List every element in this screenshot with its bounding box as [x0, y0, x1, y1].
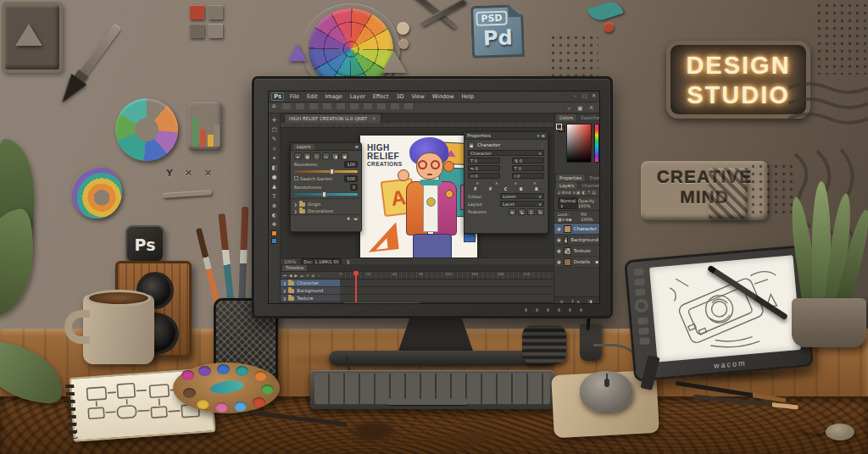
menu-effect[interactable]: Effect — [373, 93, 389, 100]
tab-layers[interactable]: Layers — [556, 182, 577, 189]
tool-toggle-icon[interactable]: ▦ — [303, 152, 311, 159]
layer-row-character[interactable]: ◉ Character — [554, 224, 600, 235]
layer-row-details[interactable]: ◉ Details ▪ — [554, 257, 600, 268]
timeline-scrollbar[interactable] — [342, 302, 552, 304]
dodge-tool-icon[interactable]: ◐ — [272, 212, 277, 219]
style-button[interactable]: B — [535, 186, 538, 191]
foreground-color-swatch[interactable] — [271, 230, 277, 236]
roundness-slider[interactable] — [294, 170, 358, 173]
slider-value[interactable]: 0 — [350, 184, 358, 191]
tablet-dial[interactable] — [634, 298, 648, 313]
eyedropper-tool-icon[interactable]: ✦ — [272, 155, 276, 162]
zoom-tool-icon[interactable]: ⊕ — [272, 202, 276, 209]
visibility-eye-icon[interactable]: ◉ — [557, 259, 561, 264]
timeline-cut-icon[interactable]: ✂ — [306, 274, 309, 278]
zoom-level[interactable]: 100% — [284, 259, 296, 264]
style-button[interactable]: F — [474, 186, 476, 191]
feature-button[interactable]: Ξ — [527, 208, 535, 215]
adjustments-panel-tab[interactable]: Layers — [293, 144, 314, 150]
menu-3d[interactable]: 3D — [396, 93, 403, 100]
fill-control[interactable]: Fill 100% — [581, 212, 598, 222]
tool-toggle-icon[interactable]: ◨ — [331, 152, 339, 159]
tab-channels[interactable]: Channels — [578, 182, 600, 189]
character-dropdown[interactable]: Character ∨ — [468, 150, 544, 156]
checkbox[interactable] — [294, 176, 298, 180]
mouse[interactable] — [580, 371, 632, 412]
timeline-track-background[interactable]: ❯Background — [281, 287, 340, 295]
menu-edit[interactable]: Edit — [307, 93, 318, 100]
vscale-field[interactable]: Ⅰ 0 — [512, 173, 544, 179]
timeline-play-icon[interactable]: ▶ — [295, 274, 298, 278]
tool-toggle-icon[interactable]: ▣ — [341, 152, 348, 159]
kebab-icon[interactable]: ⋮ — [540, 142, 544, 147]
slider-value[interactable]: 500 — [344, 175, 358, 182]
timeline-next-icon[interactable]: ⏭ — [300, 274, 303, 278]
tool-toggle-icon[interactable]: ◫ — [313, 152, 320, 159]
hscale-field[interactable]: ⊓ 0 — [468, 173, 500, 179]
hue-slider[interactable] — [594, 124, 599, 163]
feature-button[interactable]: Ъ — [518, 208, 526, 215]
keyboard[interactable] — [310, 370, 554, 409]
randomness-slider[interactable] — [294, 193, 358, 196]
color-swatches-fg-bg[interactable] — [556, 124, 565, 132]
group-origin[interactable]: ❯Origin — [294, 202, 320, 207]
marquee-tool-icon[interactable]: ▢ — [271, 126, 276, 133]
tab-transforms[interactable]: Transforms — [586, 174, 600, 181]
colour-dropdown[interactable]: Lorem ∨ — [500, 193, 544, 199]
properties-panel-tab[interactable]: Properties — [467, 132, 491, 139]
status-arrow-icon[interactable]: ❯ — [347, 259, 350, 264]
filter-type-icons[interactable]: ▣◧T▤ — [576, 190, 598, 195]
timeline-track-texture[interactable]: ❯Texture — [281, 295, 340, 302]
shape-tool-icon[interactable]: ▲ — [272, 183, 276, 190]
style-button[interactable]: C — [504, 186, 508, 191]
slider-value[interactable]: 100 — [344, 161, 358, 168]
timeline-lane[interactable] — [340, 280, 554, 287]
delete-icon[interactable]: ▬ — [353, 216, 358, 221]
visibility-eye-icon[interactable]: ◉ — [557, 226, 561, 231]
tool-toggle-icon[interactable]: ▭ — [322, 152, 330, 159]
layer-row-texture[interactable]: ◉ Texture — [554, 246, 600, 257]
filter-kind[interactable]: ⍴ Kind ∨ — [558, 190, 576, 195]
color-picker-field[interactable] — [566, 124, 592, 163]
menu-view[interactable]: View — [411, 93, 424, 100]
minimize-button[interactable]: – — [571, 92, 579, 98]
menu-help[interactable]: Help — [461, 93, 474, 100]
layer-row-background[interactable]: ◉ Background — [554, 235, 600, 246]
brush-tool-icon[interactable]: ◧ — [271, 164, 276, 171]
menu-window[interactable]: Window — [432, 93, 454, 100]
timeline-playhead[interactable] — [355, 272, 357, 303]
crop-tool-icon[interactable]: ⌗ — [273, 146, 276, 152]
tracking-field[interactable]: ⇋ 0 — [468, 165, 500, 171]
style-button[interactable]: F — [489, 186, 492, 191]
add-icon[interactable]: ✚ — [347, 216, 350, 221]
timeline-lane[interactable] — [340, 287, 554, 295]
tab-colors[interactable]: Colors — [556, 114, 576, 121]
timeline-track-character[interactable]: ❯Character — [281, 280, 340, 287]
kerning-field[interactable]: Ꭲ 0 — [512, 165, 544, 171]
timeline-dup-icon[interactable]: ⧉ — [312, 274, 314, 278]
tab-properties[interactable]: Properties — [556, 174, 585, 181]
font-size-field[interactable]: T 0 — [468, 158, 500, 163]
layers-footer-icons[interactable]: ∞ ƒx ◨ ▣ ⊞ ▬ — [554, 296, 600, 304]
timeline-first-frame-icon[interactable]: ⏮ — [283, 274, 287, 278]
visibility-eye-icon[interactable]: ◉ — [557, 237, 561, 242]
leading-field[interactable]: ⇅ 0 — [512, 158, 544, 163]
visibility-eye-icon[interactable]: ◉ — [557, 248, 561, 253]
background-color-swatch[interactable] — [271, 238, 277, 244]
panel-menu-icon[interactable]: ≡ — [354, 143, 359, 150]
lock-controls[interactable]: Lock: ▦✛⊕▪ — [558, 212, 581, 222]
tool-options[interactable] — [282, 103, 418, 109]
timeline-prev-icon[interactable]: ◀ — [289, 274, 292, 278]
type-tool-icon[interactable]: T — [273, 193, 276, 200]
move-tool-icon[interactable]: ✛ — [272, 117, 276, 124]
close-button[interactable]: ✕ — [590, 92, 598, 98]
timeline-tab[interactable]: Timeline — [282, 265, 307, 271]
menu-file[interactable]: File — [290, 93, 299, 100]
feature-button[interactable]: Ⴆ — [537, 208, 544, 215]
hand-tool-icon[interactable]: ✥ — [272, 221, 276, 228]
style-button[interactable]: B — [520, 186, 523, 191]
tab-swatches[interactable]: Swatches — [577, 114, 600, 121]
share-icon[interactable]: ⇱ — [590, 105, 597, 112]
clone-tool-icon[interactable]: ● — [272, 174, 277, 180]
menu-image[interactable]: Image — [325, 93, 342, 100]
